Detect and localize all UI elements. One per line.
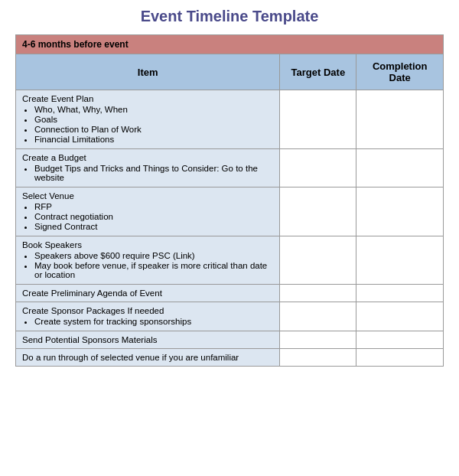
timeline-table: 4-6 months before event Item Target Date…	[15, 34, 444, 367]
table-row: Book Speakers Speakers above $600 requir…	[16, 236, 444, 285]
col-completion-date: Completion Date	[356, 54, 444, 90]
row-completion-date-cell	[356, 149, 444, 187]
section-header-row: 4-6 months before event	[16, 35, 444, 54]
table-row: Do a run through of selected venue if yo…	[16, 349, 444, 367]
row-target-date-cell	[280, 285, 356, 302]
page-title: Event Timeline Template	[15, 8, 444, 25]
row-target-date-cell	[280, 149, 356, 187]
row-target-date-cell	[280, 302, 356, 331]
list-item: Financial Limitations	[34, 135, 273, 144]
item-title: Create Preliminary Agenda of Event	[22, 289, 162, 298]
row-completion-date-cell	[356, 331, 444, 349]
list-item: Signed Contract	[34, 222, 273, 231]
col-target-date: Target Date	[280, 54, 356, 90]
item-title: Create a Budget	[22, 153, 86, 162]
list-item: RFP	[34, 202, 273, 211]
row-item-cell: Create Event Plan Who, What, Why, When G…	[16, 90, 280, 149]
item-title: Create Sponsor Packages If needed	[22, 306, 164, 315]
table-row: Create a Budget Budget Tips and Tricks a…	[16, 149, 444, 187]
list-item: Create system for tracking sponsorships	[34, 317, 273, 326]
row-item-cell: Select Venue RFP Contract negotiation Si…	[16, 187, 280, 236]
row-item-cell: Book Speakers Speakers above $600 requir…	[16, 236, 280, 285]
section-header-label: 4-6 months before event	[16, 35, 444, 54]
row-target-date-cell	[280, 90, 356, 149]
list-item: Connection to Plan of Work	[34, 125, 273, 134]
row-item-cell: Send Potential Sponsors Materials	[16, 331, 280, 349]
list-item: May book before venue, if speaker is mor…	[34, 261, 273, 279]
col-item: Item	[16, 54, 280, 90]
item-bullets: Who, What, Why, When Goals Connection to…	[34, 105, 273, 144]
table-row: Send Potential Sponsors Materials	[16, 331, 444, 349]
item-title: Do a run through of selected venue if yo…	[22, 353, 239, 362]
list-item: Who, What, Why, When	[34, 105, 273, 114]
item-bullets: Budget Tips and Tricks and Things to Con…	[34, 164, 273, 182]
row-target-date-cell	[280, 236, 356, 285]
row-target-date-cell	[280, 187, 356, 236]
row-completion-date-cell	[356, 236, 444, 285]
row-target-date-cell	[280, 349, 356, 367]
row-item-cell: Create a Budget Budget Tips and Tricks a…	[16, 149, 280, 187]
item-bullets: Create system for tracking sponsorships	[34, 317, 273, 326]
column-header-row: Item Target Date Completion Date	[16, 54, 444, 90]
table-row: Select Venue RFP Contract negotiation Si…	[16, 187, 444, 236]
row-completion-date-cell	[356, 302, 444, 331]
item-title: Send Potential Sponsors Materials	[22, 335, 157, 344]
table-row: Create Preliminary Agenda of Event	[16, 285, 444, 302]
item-title: Create Event Plan	[22, 94, 93, 103]
row-completion-date-cell	[356, 187, 444, 236]
list-item: Contract negotiation	[34, 212, 273, 221]
list-item: Goals	[34, 115, 273, 124]
row-item-cell: Create Sponsor Packages If needed Create…	[16, 302, 280, 331]
row-item-cell: Do a run through of selected venue if yo…	[16, 349, 280, 367]
row-completion-date-cell	[356, 285, 444, 302]
item-title: Select Venue	[22, 191, 74, 201]
table-row: Create Event Plan Who, What, Why, When G…	[16, 90, 444, 149]
list-item: Budget Tips and Tricks and Things to Con…	[34, 164, 273, 182]
item-bullets: RFP Contract negotiation Signed Contract	[34, 202, 273, 231]
row-target-date-cell	[280, 331, 356, 349]
item-bullets: Speakers above $600 require PSC (Link) M…	[34, 251, 273, 279]
list-item: Speakers above $600 require PSC (Link)	[34, 251, 273, 260]
table-row: Create Sponsor Packages If needed Create…	[16, 302, 444, 331]
row-completion-date-cell	[356, 349, 444, 367]
item-title: Book Speakers	[22, 240, 82, 249]
row-completion-date-cell	[356, 90, 444, 149]
row-item-cell: Create Preliminary Agenda of Event	[16, 285, 280, 302]
